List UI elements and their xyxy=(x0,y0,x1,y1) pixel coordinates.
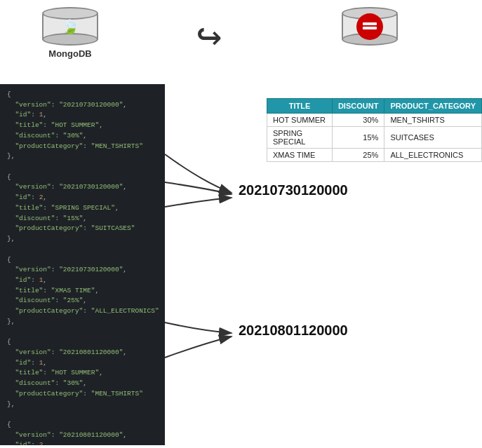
oracle-circle-icon xyxy=(356,13,383,40)
svg-rect-0 xyxy=(363,22,377,25)
code-block-1-line-2: "version": "20210730120000", xyxy=(7,100,158,111)
code-block-4-line-4: "title": "HOT SUMMER", xyxy=(7,368,158,379)
back-arrow-icon: ↩ xyxy=(196,11,222,62)
table-cell-discount-3: 25% xyxy=(332,149,384,162)
table-cell-discount-2: 15% xyxy=(332,127,384,149)
code-block-1-line-3: "id": 1, xyxy=(7,110,158,121)
code-block-2-line-7: }, xyxy=(7,234,158,245)
code-block-4-line-1: { xyxy=(7,337,158,348)
oracle-cylinder xyxy=(342,7,398,46)
code-block-3-line-2: "version": "20210730120000", xyxy=(7,265,158,276)
table-cell-category-1: MEN_TSHIRTS xyxy=(384,114,482,127)
code-block-2-line-3: "id": 2, xyxy=(7,193,158,203)
code-block-5-line-2: "version": "20210801120000", xyxy=(7,430,158,441)
table-cell-title-3: XMAS TIME xyxy=(267,149,333,162)
code-block-3-line-7: }, xyxy=(7,317,158,327)
oracle-icon-group xyxy=(342,7,398,46)
mongodb-leaf-icon: 🍃 xyxy=(62,18,79,36)
code-block-3-line-6: "productCategory": "ALL_ELECTRONICS" xyxy=(7,306,158,317)
code-block-2-line-6: "productCategory": "SUITCASES" xyxy=(7,224,158,234)
table-cell-category-2: SUITCASES xyxy=(384,127,482,149)
mongodb-cylinder: 🍃 xyxy=(42,7,98,46)
table-cell-title-2: SPRING SPECIAL xyxy=(267,127,333,149)
code-block-2-line-5: "discount": "15%", xyxy=(7,214,158,224)
code-block-3-line-5: "discount": "25%", xyxy=(7,296,158,306)
table-header-discount: DISCOUNT xyxy=(332,99,384,114)
code-block-1-line-6: "productCategory": "MEN_TSHIRTS" xyxy=(7,142,158,152)
code-block-2-line-2: "version": "20210730120000", xyxy=(7,182,158,193)
code-block-3-line-4: "title": "XMAS TIME", xyxy=(7,286,158,297)
code-block-2-line-4: "title": "SPRING SPECIAL", xyxy=(7,203,158,214)
code-panel: { "version": "20210730120000", "id": 1, … xyxy=(0,84,165,445)
code-block-1-line-5: "discount": "30%", xyxy=(7,131,158,142)
code-block-2-line-1: { xyxy=(7,172,158,183)
mongodb-icon-group: 🍃 MongoDB xyxy=(42,7,98,59)
code-block-4-line-5: "discount": "30%", xyxy=(7,379,158,389)
table-cell-category-3: ALL_ELECTRONICS xyxy=(384,149,482,162)
table-header-category: PRODUCT_CATEGORY xyxy=(384,99,482,114)
code-block-3-line-3: "id": 1, xyxy=(7,276,158,286)
code-block-3-line-1: { xyxy=(7,255,158,266)
table-row: SPRING SPECIAL 15% SUITCASES xyxy=(267,127,482,149)
table-header-title: TITLE xyxy=(267,99,333,114)
code-block-1-line-4: "title": "HOT SUMMER", xyxy=(7,121,158,131)
code-block-4-line-6: "productCategory": "MEN_TSHIRTS" xyxy=(7,389,158,400)
code-block-4-line-2: "version": "20210801120000", xyxy=(7,348,158,358)
code-block-4-line-7: }, xyxy=(7,400,158,410)
table-cell-title-1: HOT SUMMER xyxy=(267,114,333,127)
data-table: TITLE DISCOUNT PRODUCT_CATEGORY HOT SUMM… xyxy=(267,98,482,162)
version-label-1: 20210730120000 xyxy=(239,182,348,198)
table-row: XMAS TIME 25% ALL_ELECTRONICS xyxy=(267,149,482,162)
mongodb-label: MongoDB xyxy=(48,48,91,59)
code-block-5-line-1: { xyxy=(7,420,158,430)
version-label-2: 20210801120000 xyxy=(239,323,348,339)
code-block-4-line-3: "id": 1, xyxy=(7,358,158,369)
table-cell-discount-1: 30% xyxy=(332,114,384,127)
table-row: HOT SUMMER 30% MEN_TSHIRTS xyxy=(267,114,482,127)
code-block-1-line-1: { xyxy=(7,90,158,100)
svg-rect-1 xyxy=(363,27,377,29)
code-block-5-line-3: "id": 2, xyxy=(7,440,158,445)
code-block-1-line-7: }, xyxy=(7,151,158,162)
